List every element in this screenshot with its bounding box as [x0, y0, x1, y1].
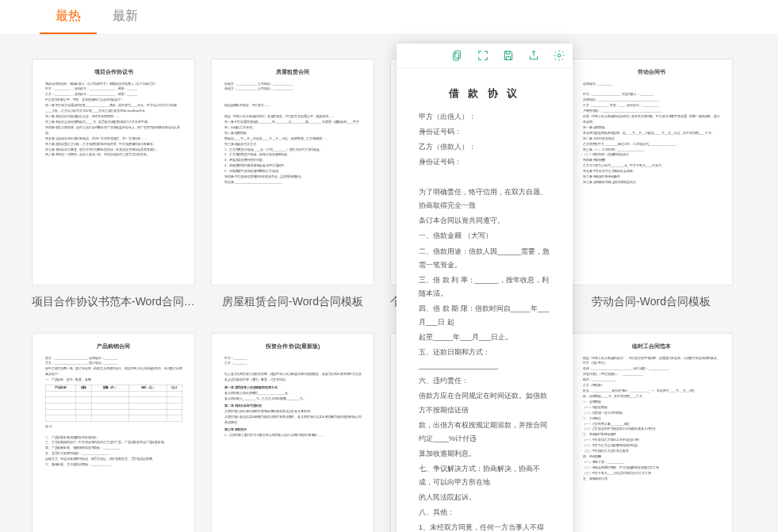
template-caption[interactable]: 项目合作协议书范本-Word合同模板: [32, 295, 195, 309]
preview-line: 身份证号码：: [419, 125, 550, 139]
template-card: 产品购销合同 供方：____________________ 合同编号：____…: [32, 333, 195, 532]
section-heading: 第一章 共同投资人的投资额和投资方式: [224, 385, 362, 390]
preview-line: 算加收逾期利息。: [419, 447, 550, 461]
doc-body: 供方：____________________ 合同编号：________ 需方…: [45, 355, 182, 383]
preview-doc-title: 借 款 协 议: [419, 84, 550, 104]
doc-body: 1．共同投资人委托甲方代表全体共同投资人执行共同投资的日常事务……: [224, 433, 362, 438]
section-heading: 第三章 事务执行: [224, 427, 362, 433]
save-icon[interactable]: [501, 48, 515, 63]
preview-line: 五、还款日期和方式：____________________: [419, 346, 550, 373]
doc-body: 出租方：____________ 公司地址：____________ 承租方：_…: [224, 81, 362, 185]
doc-body: 合 计 二、产品质量标准按国家有关标准执行。 三、乙方定购规格如下：甲方按合同约…: [45, 423, 182, 467]
doc-title: 项目合作协议书: [45, 67, 182, 78]
doc-body: 各共同投资人的出资额为________________元 各共同出资人_____…: [224, 390, 362, 401]
preview-line: 八、其他：: [419, 506, 550, 519]
doc-title: 房屋租赁合同: [224, 67, 362, 78]
doc-title: 产品购销合同: [45, 342, 182, 352]
fullscreen-icon[interactable]: [476, 48, 490, 63]
template-thumbnail[interactable]: 临时工合同范本 根据《中华人民共和国劳动法》，甲乙双方经平等协商，自愿签订本合同…: [569, 333, 733, 532]
template-card: 投资合作协议(最新版) 甲方：________ 乙方：________ 以上各方…: [211, 333, 374, 532]
doc-body: 甲方：________ 乙方：________ 以上各方共同投资人经友好协商，根…: [224, 355, 362, 383]
template-caption[interactable]: 房屋租赁合同-Word合同模板: [211, 295, 374, 309]
svg-rect-1: [454, 53, 459, 60]
template-card: 房屋租赁合同出租方：____________ 公司地址：____________…: [211, 59, 374, 309]
doc-title: 临时工合同范本: [583, 342, 720, 352]
preview-line: 借款方应在合同规定在时间还款。如借款方不按期偿还借: [419, 389, 550, 416]
doc-title: 投资合作协议(最新版): [224, 342, 362, 352]
preview-line: 甲方（出借人）：: [419, 110, 550, 124]
section-heading: 第二章 利润分享和亏损分担: [224, 403, 362, 408]
template-grid: 项目合作协议书项目合作协议由：项目出资人（以下简称甲方）和项目技术负责人（以下简…: [0, 35, 778, 532]
preview-line: 三、借 款 利 率：______，按年收息，利随本清。: [419, 274, 550, 300]
preview-line: 条订本合同以资共同遵守。: [419, 214, 550, 228]
template-caption[interactable]: 劳动合同-Word合同模板: [569, 295, 733, 309]
copy-icon[interactable]: [450, 48, 465, 63]
settings-icon[interactable]: [552, 48, 566, 63]
preview-line: 二、借款用途：借款人因______需要，急需一笔资金。: [419, 245, 550, 272]
filter-tabs: 最热 最新: [0, 0, 778, 35]
template-card: 临时工合同范本 根据《中华人民共和国劳动法》，甲乙双方经平等协商，自愿签订本合同…: [569, 333, 733, 532]
doc-title: 劳动合同书: [583, 67, 720, 78]
share-icon[interactable]: [527, 48, 541, 63]
preview-body: 借 款 协 议 甲方（出借人）：身份证号码：乙方（借款人）：身份证号码： 为了明…: [397, 68, 573, 532]
product-table: 产品名称规格数量（件）单价（元）合计: [45, 385, 182, 421]
preview-line: 身份证号码：: [419, 155, 550, 169]
popover-toolbar: [397, 44, 573, 68]
preview-line: 七、争议解决方式：协商解决，协商不成，可以向甲方所在地: [419, 462, 550, 489]
template-thumbnail[interactable]: 项目合作协议书项目合作协议由：项目出资人（以下简称甲方）和项目技术负责人（以下简…: [32, 59, 195, 285]
preview-line: 款，出借方有权按规定期追款，并按合同约定____%计付违: [419, 419, 550, 446]
svg-rect-0: [455, 51, 461, 58]
preview-line: 1、未经双方同意，任何一方当事人不得擅自变更或解除合: [419, 521, 550, 532]
template-thumbnail[interactable]: 产品购销合同 供方：____________________ 合同编号：____…: [32, 333, 195, 532]
template-thumbnail[interactable]: 投资合作协议(最新版) 甲方：________ 乙方：________ 以上各方…: [211, 333, 374, 532]
preview-line: 四、借 款 期 限：借款时间自_____年___月___日 起: [419, 302, 550, 329]
template-thumbnail[interactable]: 劳动合同书合同编号：________ 甲方：_________________ …: [569, 59, 733, 285]
preview-line: 乙方（借款人）：: [419, 140, 550, 154]
template-card: 劳动合同书合同编号：________ 甲方：_________________ …: [569, 59, 733, 309]
preview-line: 为了明确责任，恪守信用，在双方自愿、协商取得完全一致: [419, 186, 550, 212]
template-card: 项目合作协议书项目合作协议由：项目出资人（以下简称甲方）和项目技术负责人（以下简…: [32, 59, 195, 309]
template-thumbnail[interactable]: 房屋租赁合同出租方：____________ 公司地址：____________…: [211, 59, 374, 285]
doc-body: 根据《中华人民共和国劳动法》，甲乙双方经平等协商，自愿签订本合同，共同遵守本合同…: [583, 355, 720, 481]
preview-line: 的人民法院起诉。: [419, 491, 550, 504]
doc-body: 合同编号：________ 甲方：_________________ 法定代表人…: [583, 81, 720, 185]
preview-line: 起至_____年___月___日止。: [419, 331, 550, 344]
preview-line: [419, 170, 550, 184]
doc-body: 项目合作协议由：项目出资人（以下简称甲方）和项目技术负责人（以下简称乙方） 甲方…: [45, 81, 182, 158]
doc-body: 共同投资人按出资比例对投资项目享有权利承担义务及分享利润。 共同投资人各自以其出…: [224, 408, 362, 425]
preview-line: 一、借款金额 （大写）: [419, 229, 550, 243]
tab-hot[interactable]: 最热: [40, 0, 97, 34]
preview-popover: 借 款 协 议 甲方（出借人）：身份证号码：乙方（借款人）：身份证号码： 为了明…: [397, 44, 573, 532]
tab-new[interactable]: 最新: [97, 0, 154, 34]
svg-point-2: [558, 54, 561, 57]
preview-line: 六、违约责任：: [419, 374, 550, 388]
